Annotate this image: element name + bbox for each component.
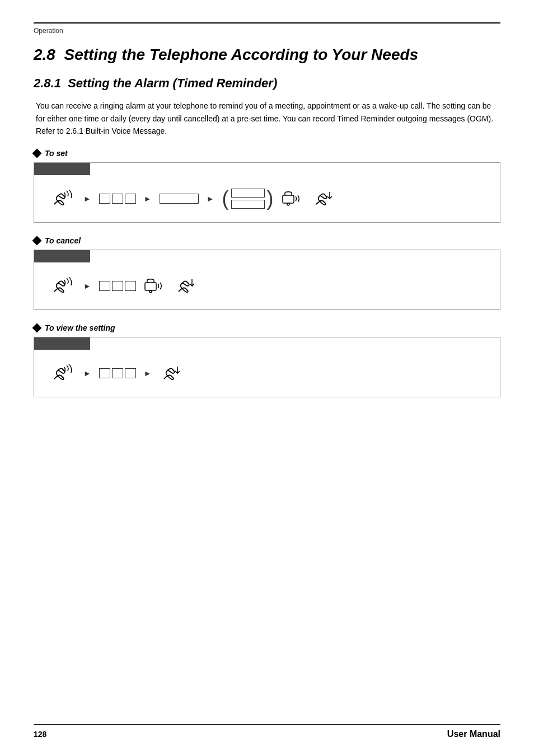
diamond-icon-cancel [32, 236, 42, 245]
ring-icon-set [282, 189, 304, 209]
footer: 128 User Manual [34, 724, 500, 739]
diagram-header-set [34, 163, 90, 175]
to-cancel-heading: To cancel [34, 236, 500, 245]
to-view-heading: To view the setting [34, 323, 500, 332]
arrow2-set: ► [144, 194, 152, 203]
arrow2-view: ► [144, 369, 152, 378]
ext-box-set [160, 194, 199, 204]
onhook-icon-view [160, 362, 188, 384]
optional-group-set: ( ) [222, 189, 274, 209]
telephone-icon-view [51, 363, 76, 383]
diagram-content-set: ► ► ► ( ) [34, 175, 500, 222]
svg-rect-2 [145, 283, 156, 290]
keypad-set [99, 194, 136, 204]
telephone-icon-set [51, 189, 76, 209]
to-cancel-diagram: ► [34, 250, 500, 310]
onhook-icon-set [312, 187, 340, 210]
keypad-cancel [99, 281, 136, 291]
page-number: 128 [34, 730, 46, 739]
section-title: 2.8 Setting the Telephone According to Y… [34, 45, 500, 65]
arrow3-set: ► [207, 194, 214, 203]
keypad-view [99, 368, 136, 378]
arrow1-view: ► [83, 369, 91, 378]
telephone-icon-cancel [51, 276, 76, 296]
page-container: Operation 2.8 Setting the Telephone Acco… [0, 0, 534, 756]
arrow1-cancel: ► [83, 281, 91, 290]
diagram-content-view: ► ► [34, 350, 500, 397]
footer-title: User Manual [447, 729, 500, 739]
subsection-title: 2.8.1 Setting the Alarm (Timed Reminder) [34, 76, 500, 91]
diagram-header-cancel [34, 250, 90, 262]
to-set-heading: To set [34, 149, 500, 158]
diagram-content-cancel: ► [34, 262, 500, 309]
arrow1-set: ► [83, 194, 91, 203]
diamond-icon-view [32, 323, 42, 332]
onhook-icon-cancel [174, 275, 202, 297]
svg-point-1 [287, 203, 289, 205]
to-set-diagram: ► ► ► ( ) [34, 162, 500, 223]
to-view-diagram: ► ► [34, 337, 500, 397]
svg-rect-0 [283, 195, 294, 203]
description-text: You can receive a ringing alarm at your … [34, 100, 500, 137]
ring-icon-cancel [144, 276, 166, 296]
breadcrumb: Operation [34, 27, 500, 35]
svg-point-3 [149, 290, 152, 293]
diamond-icon [32, 148, 42, 158]
diagram-header-view [34, 337, 90, 350]
top-rule [34, 22, 500, 24]
